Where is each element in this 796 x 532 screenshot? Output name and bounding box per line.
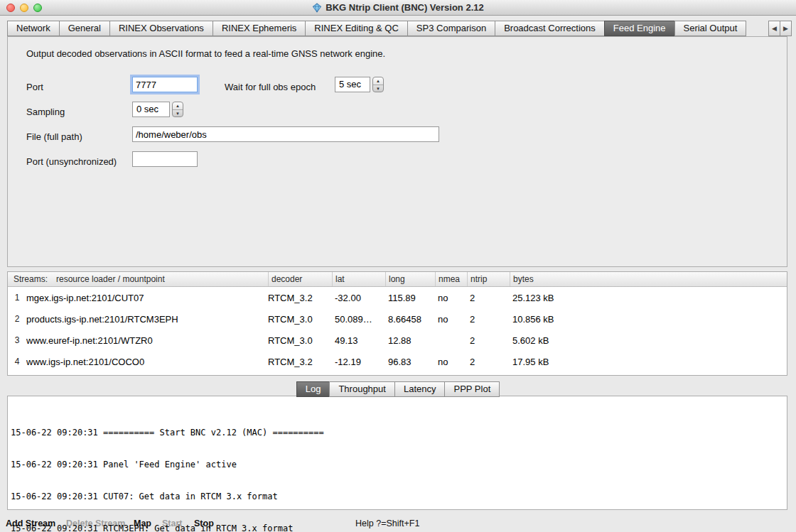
column-header-resource: resource loader / mountpoint xyxy=(56,272,268,286)
streams-table-header: Streams: resource loader / mountpoint de… xyxy=(8,272,787,287)
stepper-up-icon[interactable]: ▲ xyxy=(373,77,383,85)
cell-long[interactable]: 96.83 xyxy=(385,357,435,367)
tab-general[interactable]: General xyxy=(59,21,110,36)
app-icon xyxy=(312,3,322,13)
main-tab-bar: Network General RINEX Observations RINEX… xyxy=(7,21,792,36)
stepper-up-icon[interactable]: ▲ xyxy=(173,102,183,110)
table-row[interactable]: 4 www.igs-ip.net:2101/COCO0 RTCM_3.2 -12… xyxy=(8,351,787,372)
cell-bytes: 5.602 kB xyxy=(510,335,787,346)
column-header-bytes: bytes xyxy=(510,272,787,286)
cell-resource[interactable]: www.igs-ip.net:2101/COCO0 xyxy=(26,357,268,367)
tab-latency[interactable]: Latency xyxy=(394,381,446,397)
cell-bytes: 17.95 kB xyxy=(510,357,787,367)
cell-decoder[interactable]: RTCM_3.0 xyxy=(268,314,332,325)
log-panel[interactable]: 15-06-22 09:20:31 ========== Start BNC v… xyxy=(7,396,787,510)
minimize-button[interactable] xyxy=(20,4,28,12)
streams-table: Streams: resource loader / mountpoint de… xyxy=(7,271,787,376)
stepper-down-icon[interactable]: ▼ xyxy=(373,85,383,92)
window-title: BKG Ntrip Client (BNC) Version 2.12 xyxy=(312,2,483,13)
file-path-input[interactable] xyxy=(132,126,439,142)
tab-network[interactable]: Network xyxy=(7,21,60,36)
cell-ntrip[interactable]: 2 xyxy=(467,314,510,325)
cell-lat[interactable]: 50.089… xyxy=(332,314,385,325)
file-path-label: File (full path) xyxy=(26,129,82,145)
cell-bytes: 10.856 kB xyxy=(510,314,787,325)
cell-nmea[interactable]: no xyxy=(435,314,467,325)
sampling-stepper[interactable]: ▲ ▼ xyxy=(172,102,183,117)
column-header-ntrip: ntrip xyxy=(467,272,510,286)
cell-resource[interactable]: www.euref-ip.net:2101/WTZR0 xyxy=(26,335,268,346)
zoom-button[interactable] xyxy=(33,4,42,12)
cell-long[interactable]: 8.66458 xyxy=(385,314,435,325)
tab-scroll-right-icon[interactable]: ▶ xyxy=(780,21,792,36)
wait-epoch-label: Wait for full obs epoch xyxy=(225,80,316,95)
column-header-decoder: decoder xyxy=(268,272,332,286)
panel-description: Output decoded observations in ASCII for… xyxy=(26,48,385,59)
log-line: 15-06-22 09:20:31 RTCM3EPH: Get data in … xyxy=(11,523,784,532)
sampling-input[interactable]: 0 sec xyxy=(132,102,170,117)
tab-sp3-comparison[interactable]: SP3 Comparison xyxy=(407,21,495,36)
cell-long[interactable]: 12.88 xyxy=(385,335,435,346)
wait-epoch-stepper[interactable]: ▲ ▼ xyxy=(372,77,384,92)
cell-lat[interactable]: -32.00 xyxy=(332,293,385,303)
cell-decoder[interactable]: RTCM_3.2 xyxy=(268,357,332,367)
tab-scroll-buttons: ◀ ▶ xyxy=(768,21,792,36)
streams-corner-label: Streams: xyxy=(8,272,56,286)
cell-resource[interactable]: products.igs-ip.net:2101/RTCM3EPH xyxy=(26,314,268,325)
row-number: 1 xyxy=(8,293,26,303)
tab-ppp-plot[interactable]: PPP Plot xyxy=(444,381,500,397)
log-output: 15-06-22 09:20:31 ========== Start BNC v… xyxy=(8,396,787,532)
column-header-lat: lat xyxy=(332,272,385,286)
column-header-nmea: nmea xyxy=(435,272,467,286)
cell-lat[interactable]: -12.19 xyxy=(332,357,385,367)
feed-engine-panel: Output decoded observations in ASCII for… xyxy=(7,36,787,267)
port-unsync-label: Port (unsynchronized) xyxy=(26,154,117,170)
tab-rinex-editing-qc[interactable]: RINEX Editing & QC xyxy=(305,21,408,36)
table-row[interactable]: 1 mgex.igs-ip.net:2101/CUT07 RTCM_3.2 -3… xyxy=(8,287,787,308)
title-bar: BKG Ntrip Client (BNC) Version 2.12 xyxy=(0,0,796,16)
table-row[interactable]: 3 www.euref-ip.net:2101/WTZR0 RTCM_3.0 4… xyxy=(8,330,787,351)
tab-feed-engine[interactable]: Feed Engine xyxy=(604,21,675,36)
cell-resource[interactable]: mgex.igs-ip.net:2101/CUT07 xyxy=(26,293,268,303)
wait-epoch-input[interactable]: 5 sec xyxy=(335,77,370,92)
port-unsync-input[interactable] xyxy=(132,151,198,167)
table-row[interactable]: 2 products.igs-ip.net:2101/RTCM3EPH RTCM… xyxy=(8,308,787,330)
tab-throughput[interactable]: Throughput xyxy=(329,381,395,397)
close-button[interactable] xyxy=(6,4,15,12)
window-title-text: BKG Ntrip Client (BNC) Version 2.12 xyxy=(326,2,483,13)
tab-scroll-left-icon[interactable]: ◀ xyxy=(768,21,780,36)
cell-decoder[interactable]: RTCM_3.2 xyxy=(268,293,332,303)
cell-ntrip[interactable]: 2 xyxy=(467,357,510,367)
port-label: Port xyxy=(26,80,43,95)
port-input[interactable] xyxy=(132,77,198,92)
log-line: 15-06-22 09:20:31 Panel 'Feed Engine' ac… xyxy=(11,460,784,470)
tab-log[interactable]: Log xyxy=(296,381,330,397)
cell-ntrip[interactable]: 2 xyxy=(467,335,510,346)
cell-decoder[interactable]: RTCM_3.0 xyxy=(268,335,332,346)
cell-nmea[interactable]: no xyxy=(435,293,467,303)
tab-broadcast-corrections[interactable]: Broadcast Corrections xyxy=(495,21,605,36)
stepper-down-icon[interactable]: ▼ xyxy=(173,110,183,117)
sampling-label: Sampling xyxy=(26,104,65,120)
bnc-window: BKG Ntrip Client (BNC) Version 2.12 Netw… xyxy=(0,0,796,532)
cell-lat[interactable]: 49.13 xyxy=(332,335,385,346)
tab-rinex-observations[interactable]: RINEX Observations xyxy=(109,21,213,36)
row-number: 4 xyxy=(8,357,26,367)
cell-bytes: 25.123 kB xyxy=(510,293,787,303)
cell-long[interactable]: 115.89 xyxy=(385,293,435,303)
log-line: 15-06-22 09:20:31 ========== Start BNC v… xyxy=(11,428,784,438)
row-number: 3 xyxy=(8,335,26,345)
cell-nmea[interactable]: no xyxy=(435,357,467,367)
cell-ntrip[interactable]: 2 xyxy=(467,293,510,303)
column-header-long: long xyxy=(385,272,435,286)
row-number: 2 xyxy=(8,314,26,324)
tab-rinex-ephemeris[interactable]: RINEX Ephemeris xyxy=(213,21,306,36)
tab-serial-output[interactable]: Serial Output xyxy=(674,21,747,36)
log-line: 15-06-22 09:20:31 CUT07: Get data in RTC… xyxy=(11,492,784,502)
view-tab-bar: Log Throughput Latency PPP Plot xyxy=(0,381,796,397)
